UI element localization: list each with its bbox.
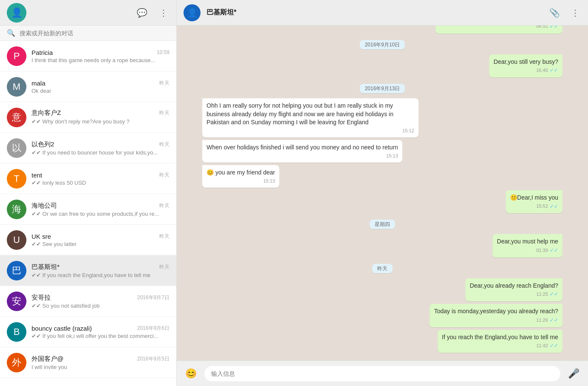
message-input[interactable]: [204, 366, 560, 381]
new-chat-button[interactable]: 💬: [135, 6, 149, 20]
contact-name: 安哥拉: [32, 294, 51, 302]
contact-item-angela[interactable]: 安 安哥拉 2016年9月7日 ✔✔ So you not satisfied …: [0, 286, 176, 317]
message-text: Ohh I am really sorry for not helping yo…: [207, 102, 393, 126]
chat-header: 👤 巴基斯坦* 📎 ⋮: [177, 0, 588, 26]
sidebar: 👤 💬 ⋮ 🔍 P Patricia 10:59 I think that th…: [0, 0, 177, 386]
contact-preview: ✔✔ If you fell ok,i will offer you the b…: [32, 333, 169, 339]
contact-info: mala 昨天 Ok dear: [32, 80, 169, 94]
message-meta: 15:52 ✓✓: [510, 203, 558, 210]
attach-header-button[interactable]: 📎: [548, 6, 562, 20]
message-bubble: Dear,you already reach England? 11:25 ✓✓: [465, 278, 562, 301]
message-meta: 15:12: [207, 128, 414, 134]
contact-time: 昨天: [159, 109, 169, 117]
contact-info: 安哥拉 2016年9月7日 ✔✔ So you not satisfied jo…: [32, 294, 169, 309]
message-row-m13: If you reach the England,you have to tel…: [202, 330, 562, 353]
contact-item-haidi[interactable]: 海 海地公司 昨天 ✔✔ Or we can free to you some …: [0, 194, 176, 225]
contact-preview: ✔✔ Or we can free to you some products,i…: [32, 211, 169, 217]
contact-info: 意向客户Z 昨天 ✔✔ Why don't reply me?Are you b…: [32, 109, 169, 126]
message-bubble: 😊 you are my friend dear 15:13: [202, 165, 279, 188]
contact-item-patricia[interactable]: P Patricia 10:59 I think that this game …: [0, 41, 176, 71]
contact-name-row: 以色列2 昨天: [32, 140, 169, 149]
contact-item-waiguo[interactable]: 外 外国客户@ 2016年9月5日 I will invite you: [0, 347, 176, 378]
contact-item-tent[interactable]: T tent 昨天 ✔✔ lonly less 50 USD: [0, 163, 176, 194]
contact-name-row: Patricia 10:59: [32, 49, 169, 56]
contact-name-row: 外国客户@ 2016年9月5日: [32, 355, 169, 363]
mic-button[interactable]: 🎤: [566, 366, 581, 381]
message-meta: 11:42 ✓✓: [442, 342, 558, 349]
contact-avatar: M: [7, 77, 26, 97]
contact-preview: ✔✔ lonly less 50 USD: [32, 180, 169, 186]
message-bubble: 🙂Dear,I miss you 15:52 ✓✓: [506, 190, 562, 213]
contact-item-yiseli[interactable]: 以 以色列2 昨天 ✔✔ If you need to bouncer hous…: [0, 133, 176, 163]
message-check-icon: ✓✓: [550, 247, 558, 254]
message-text: Dear,you already reach England?: [470, 282, 558, 289]
contact-time: 昨天: [159, 233, 169, 240]
chat-area: 👤 巴基斯坦* 📎 ⋮ 😊 06:48 ✓✓ Please contact wi…: [177, 0, 588, 386]
contact-avatar: 巴: [7, 261, 26, 280]
contact-name-row: 巴基斯坦* 昨天: [32, 263, 169, 271]
contact-avatar: 意: [7, 108, 26, 127]
date-divider: 2016年9月13日: [202, 84, 562, 92]
menu-button[interactable]: ⋮: [158, 6, 169, 20]
contact-avatar: 安: [7, 292, 26, 311]
message-row-m12: Today is monday,yesterday you already re…: [202, 304, 562, 327]
message-check-icon: ✓✓: [550, 67, 558, 74]
date-label: 昨天: [372, 264, 393, 273]
date-label: 2016年9月13日: [360, 84, 405, 93]
contact-preview: ✔✔ If you need to bouncer house for your…: [32, 149, 169, 156]
contact-time: 2016年9月7日: [137, 294, 169, 301]
message-row-m7: When over holidays finished i will send …: [202, 140, 562, 163]
contact-name: mala: [32, 80, 46, 87]
contact-avatar: U: [7, 230, 26, 250]
contact-name: 外国客户@: [32, 355, 63, 363]
search-input[interactable]: [20, 30, 169, 37]
contact-avatar: 以: [7, 138, 26, 158]
contact-info: tent 昨天 ✔✔ lonly less 50 USD: [32, 172, 169, 186]
contact-item-bajisi[interactable]: 巴 巴基斯坦* 昨天 ✔✔ If you reach the England,y…: [0, 255, 176, 286]
sidebar-header: 👤 💬 ⋮: [0, 0, 176, 26]
contact-item-yixiang[interactable]: 意 意向客户Z 昨天 ✔✔ Why don't reply me?Are you…: [0, 102, 176, 133]
message-row-m10: Dear,you must help me 01:39 ✓✓: [202, 234, 562, 257]
message-time: 15:13: [386, 153, 398, 159]
message-meta: 11:25 ✓✓: [470, 291, 558, 298]
message-row-m5: Dear,you still very busy? 16:40 ✓✓: [202, 54, 562, 77]
message-text: When over holidays finished i will send …: [207, 144, 398, 151]
message-bubble: Dear,you still very busy? 16:40 ✓✓: [489, 54, 562, 77]
contact-info: 海地公司 昨天 ✔✔ Or we can free to you some pr…: [32, 202, 169, 217]
message-time: 11:26: [536, 317, 548, 323]
contact-time: 10:59: [157, 49, 169, 55]
date-label: 星期四: [370, 220, 395, 229]
message-time: 06:51: [536, 26, 548, 30]
message-row-m6: Ohh I am really sorry for not helping yo…: [202, 98, 562, 137]
contact-preview: Ok dear: [32, 88, 169, 94]
contact-item-mala[interactable]: M mala 昨天 Ok dear: [0, 71, 176, 102]
contact-item-uksre[interactable]: U UK sre 昨天 ✔✔ See you latter: [0, 225, 176, 255]
date-divider: 星期四: [202, 220, 562, 228]
contact-name-row: 海地公司 昨天: [32, 202, 169, 210]
contact-avatar: B: [7, 322, 26, 342]
contact-item-bouncy[interactable]: B bouncy castle (razali) 2016年9月6日 ✔✔ If…: [0, 317, 176, 347]
contact-name: 意向客户Z: [32, 109, 61, 117]
message-bubble: Today is monday,yesterday you already re…: [430, 304, 562, 327]
my-avatar[interactable]: 👤: [7, 3, 26, 23]
message-time: 01:39: [536, 247, 548, 254]
contact-time: 昨天: [159, 141, 169, 148]
contact-name-row: 意向客户Z 昨天: [32, 109, 169, 117]
message-meta: 15:13: [207, 153, 398, 159]
emoji-button[interactable]: 😊: [184, 366, 198, 381]
message-time: 16:40: [536, 67, 548, 74]
message-time: 11:42: [536, 343, 548, 349]
contact-info: 外国客户@ 2016年9月5日 I will invite you: [32, 355, 169, 370]
contact-info: 以色列2 昨天 ✔✔ If you need to bouncer house …: [32, 140, 169, 156]
chat-contact-name: 巴基斯坦*: [207, 8, 542, 17]
chat-menu-button[interactable]: ⋮: [569, 6, 581, 20]
message-check-icon: ✓✓: [550, 203, 558, 210]
date-divider: 昨天: [202, 264, 562, 272]
contacts-list: P Patricia 10:59 I think that this game …: [0, 41, 176, 386]
message-text: If you reach the England,you have to tel…: [442, 334, 558, 340]
message-text: Today is monday,yesterday you already re…: [434, 308, 558, 315]
contact-preview: ✔✔ See you latter: [32, 241, 169, 247]
contact-preview: ✔✔ If you reach the England,you have to …: [32, 272, 169, 278]
message-time: 15:13: [263, 178, 275, 184]
message-bubble: Dear,you must help me 01:39 ✓✓: [493, 234, 562, 257]
